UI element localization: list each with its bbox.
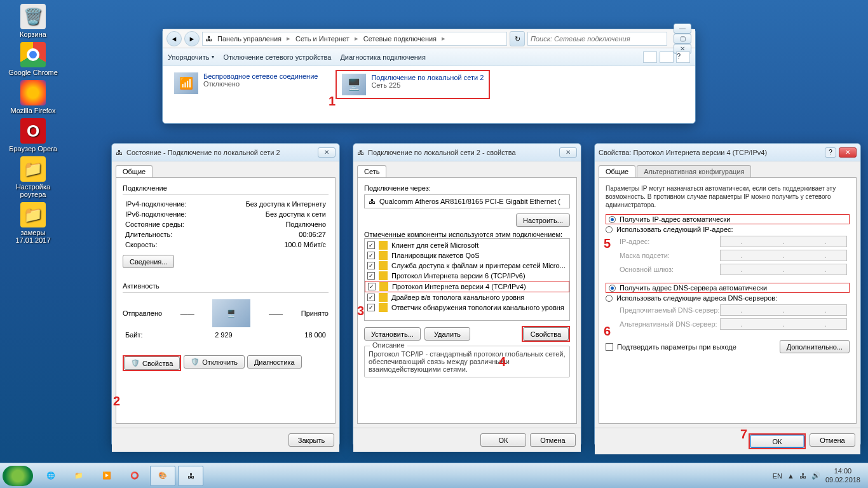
tab-general[interactable]: Общие [116,165,153,177]
radio-manual-dns[interactable]: Использовать следующие адреса DNS-сервер… [606,293,850,303]
status-dialog: 🖧Состояние - Подключение по локальной се… [111,143,340,447]
component-item[interactable]: ✓Служба доступа к файлам и принтерам сет… [365,261,569,271]
tab-alternate[interactable]: Альтернативная конфигурация [637,165,751,177]
ok-button[interactable]: ОК [750,435,804,448]
radio-auto-ip[interactable]: Получить IP-адрес автоматически [606,214,850,224]
radio-auto-dns[interactable]: Получить адрес DNS-сервера автоматически [606,283,850,293]
diagnose-button[interactable]: Диагностика подключения [340,53,425,61]
component-item-tcpipv4[interactable]: ✓Протокол Интернета версии 4 (TCP/IPv4) [365,281,569,292]
help-button[interactable]: ? [676,51,690,63]
refresh-button[interactable]: ↻ [510,31,525,46]
checkbox-icon[interactable]: ✓ [367,241,375,249]
dialog-title: Состояние - Подключение по локальной сет… [126,149,280,156]
taskbar-chrome[interactable]: ⭕ [122,466,147,486]
taskbar-explorer[interactable]: 📁 [66,466,92,486]
component-item[interactable]: ✓Протокол Интернета версии 6 (TCP/IPv6) [365,271,569,281]
component-item[interactable]: ✓Планировщик пакетов QoS [365,250,569,261]
checkbox-icon[interactable]: ✓ [368,283,376,290]
tab-general[interactable]: Общие [599,165,635,177]
dialog-title: Подключение по локальной сети 2 - свойст… [368,149,516,156]
adapter-field[interactable]: 🖧Qualcomm Atheros AR8161/8165 PCI-E Giga… [364,194,570,208]
desktop-icon-zamery[interactable]: 📁замеры 17.01.2017 [8,202,58,244]
properties-button[interactable]: 🛡️Свойства [124,356,180,370]
folder-icon: 📁 [20,156,46,182]
tray-flag-icon[interactable]: ▲ [787,472,794,480]
tab-network[interactable]: Сеть [357,165,386,177]
tray-volume-icon[interactable]: 🔊 [811,471,820,480]
taskbar-ie[interactable]: 🌐 [38,466,64,486]
component-icon [379,271,388,280]
connection-lan[interactable]: 🖥️ Подключение по локальной сети 2 Сеть … [336,70,490,99]
duration-value: 00:06:27 [299,231,326,238]
component-item[interactable]: ✓Клиент для сетей Microsoft [365,240,569,250]
close-button[interactable]: ✕ [318,147,336,158]
ip-input: ... [720,236,847,247]
nav-fwd-button[interactable]: ► [184,31,200,46]
connection-title: Беспроводное сетевое соединение [203,72,318,80]
close-button[interactable]: Закрыть [288,433,334,447]
close-button[interactable]: ✕ [559,147,577,158]
desktop-icon-chrome[interactable]: Google Chrome [8,42,58,76]
cancel-button[interactable]: Отмена [810,433,855,447]
lang-indicator[interactable]: EN [773,472,782,480]
speed-value: 100.0 Мбит/с [284,241,326,248]
address-bar[interactable]: 🖧 Панель управления▸ Сеть и Интернет▸ Се… [202,32,507,46]
connections-area: 📶 Беспроводное сетевое соединение Отключ… [163,66,695,103]
taskbar-paint[interactable]: 🎨 [150,466,175,486]
computers-icon: 🖥️ [212,299,250,327]
advanced-button[interactable]: Дополнительно... [780,340,850,353]
component-item[interactable]: ✓Ответчик обнаружения топологии канально… [365,302,569,313]
nav-back-button[interactable]: ◄ [166,31,182,46]
taskbar-control[interactable]: 🖧 [178,466,203,486]
view-button[interactable] [643,51,657,63]
taskbar-media[interactable]: ▶️ [94,466,119,486]
checkbox-icon[interactable]: ✓ [367,262,375,269]
props-panel: Подключение через: 🖧Qualcomm Atheros AR8… [357,177,577,424]
network-icon: 🖧 [357,149,364,156]
disable-button[interactable]: 🛡️Отключить [184,355,245,369]
organize-menu[interactable]: Упорядочить▾ [168,53,214,61]
checkbox-icon[interactable]: ✓ [367,304,375,311]
desktop-icon-router[interactable]: 📁Настройка роутера [8,156,58,198]
disable-device-button[interactable]: Отключение сетевого устройства [223,53,331,61]
components-list[interactable]: ✓Клиент для сетей Microsoft ✓Планировщик… [364,238,570,321]
taskbar-clock[interactable]: 14:0009.02.2018 [825,467,860,484]
diagnose-button[interactable]: Диагностика [247,355,302,369]
minimize-button[interactable]: — [674,24,691,34]
start-button[interactable] [3,466,33,486]
install-button[interactable]: Установить... [364,327,421,341]
component-icon [379,251,388,260]
help-button[interactable]: ? [825,147,836,158]
desktop-icon-opera[interactable]: Браузер Opera [8,118,58,152]
ok-button[interactable]: ОК [480,433,526,447]
radio-manual-ip[interactable]: Использовать следующий IP-адрес: [606,224,850,234]
component-properties-button[interactable]: Свойства [523,327,569,341]
cancel-button[interactable]: Отмена [530,433,576,447]
component-item[interactable]: ✓Драйвер в/в тополога канального уровня [365,292,569,302]
configure-button[interactable]: Настроить... [516,214,570,227]
lan-icon: 🖥️ [342,74,366,95]
checkbox-icon[interactable]: ✓ [367,252,375,259]
tray-network-icon[interactable]: 🖧 [799,472,806,480]
desktop-icon-trash[interactable]: 🗑️Корзина [8,4,58,38]
ipv6-value: Без доступа к сети [266,210,326,218]
validate-checkbox[interactable]: Подтвердить параметры при выходе [606,341,736,353]
maximize-button[interactable]: ▢ [674,34,691,44]
breadcrumb[interactable]: Панель управления [215,35,284,43]
checkbox-icon[interactable]: ✓ [367,272,375,280]
details-button[interactable]: Сведения... [123,255,174,268]
callout-4: 4 [499,355,506,369]
desktop-icon-firefox[interactable]: Mozilla Firefox [8,80,58,114]
search-input[interactable] [527,32,667,46]
breadcrumb[interactable]: Сетевые подключения [361,35,439,43]
breadcrumb[interactable]: Сеть и Интернет [293,35,352,43]
network-icon: 🖧 [205,35,212,43]
close-button[interactable]: ✕ [839,147,857,158]
connection-wireless[interactable]: 📶 Беспроводное сетевое соединение Отключ… [169,70,323,99]
view-button[interactable] [660,51,674,63]
remove-button[interactable]: Удалить [424,327,470,341]
checkbox-icon[interactable]: ✓ [367,294,375,301]
callout-1: 1 [329,94,336,109]
bytes-label: Байт: [125,331,143,339]
taskbar: 🌐 📁 ▶️ ⭕ 🎨 🖧 EN ▲ 🖧 🔊 14:0009.02.2018 [0,463,868,488]
